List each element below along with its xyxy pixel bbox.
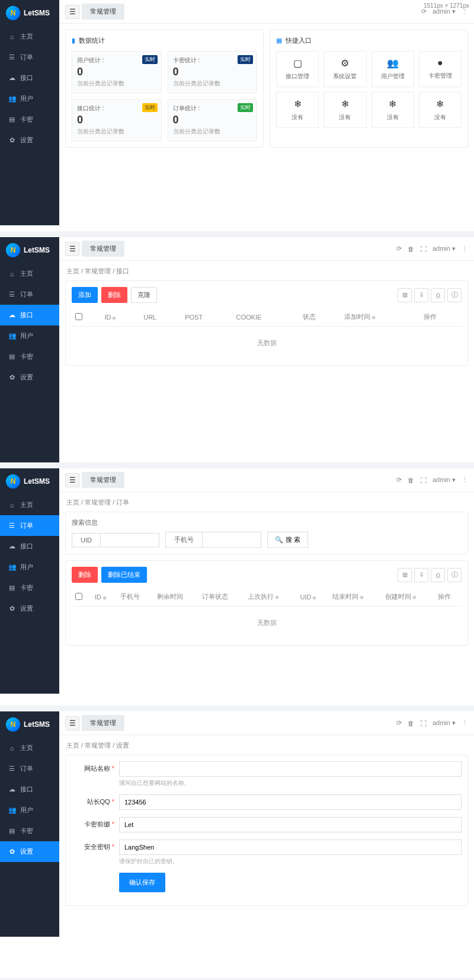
quick-empty[interactable]: ❄没有 [276,92,319,128]
tab-home-button[interactable]: ☰ [65,5,79,19]
columns-icon[interactable]: ⊞ [398,568,412,582]
col-last[interactable]: 上次执行◆ [244,588,297,606]
nav-api[interactable]: ☁接口 [0,305,59,325]
site-name-input[interactable] [119,761,462,777]
col-uid[interactable]: UID◆ [297,588,329,606]
refresh-icon[interactable]: ⟳ [396,245,402,253]
nav-settings[interactable]: ✿设置 [0,367,59,388]
select-all-checkbox[interactable] [75,593,82,600]
delete-ended-button[interactable]: 删除已结束 [101,567,147,583]
export-icon[interactable]: ⇩ [414,288,428,302]
nav-api[interactable]: ☁接口 [0,779,59,800]
nav-cards[interactable]: ▤卡密 [0,577,59,598]
print-icon[interactable]: ⎙ [431,568,445,582]
crumb-home[interactable]: 主页 [66,499,79,506]
nav-orders[interactable]: ☰订单 [0,284,59,305]
user-menu[interactable]: admin ▾ [433,245,456,253]
quick-users[interactable]: 👥用户管理 [371,51,414,87]
fullscreen-icon[interactable]: ⛶ [420,720,427,727]
nav-users[interactable]: 👥用户 [0,325,59,346]
nav-orders[interactable]: ☰订单 [0,758,59,779]
uid-input[interactable] [100,533,159,547]
quick-empty[interactable]: ❄没有 [324,92,366,128]
delete-button[interactable]: 删除 [72,567,98,583]
search-button[interactable]: 🔍搜 索 [267,532,308,548]
delete-button[interactable]: 删除 [101,287,127,303]
stat-users[interactable]: 用户统计 :0当前分类总记录数实时 [72,51,162,93]
nav-cards[interactable]: ▤卡密 [0,821,59,841]
nav-home[interactable]: ⌂主页 [0,738,59,758]
trash-icon[interactable]: 🗑 [408,245,414,253]
nav-users[interactable]: 👥用户 [0,800,59,821]
nav-home[interactable]: ⌂主页 [0,263,59,284]
col-id[interactable]: ID◆ [91,588,117,606]
crumb-mgmt[interactable]: 常规管理 [85,267,111,274]
nav-settings[interactable]: ✿设置 [0,841,59,862]
nav-home[interactable]: ⌂主页 [0,494,59,515]
trash-icon[interactable]: 🗑 [408,477,414,484]
tab-active[interactable]: 常规管理 [82,472,124,488]
crumb-home[interactable]: 主页 [66,267,79,274]
save-button[interactable]: 确认保存 [119,873,165,892]
quick-empty[interactable]: ❄没有 [371,92,414,128]
print-icon[interactable]: ⎙ [431,288,445,302]
nav-settings[interactable]: ✿设置 [0,598,59,619]
user-menu[interactable]: admin ▾ [433,476,456,484]
more-icon[interactable]: ⋮ [462,476,468,484]
logo[interactable]: NLetSMS [0,237,59,263]
tab-active[interactable]: 常规管理 [82,715,124,731]
nav-cards[interactable]: ▤卡密 [0,109,59,130]
refresh-icon[interactable]: ⟳ [396,719,402,727]
clone-button[interactable]: 克隆 [131,287,157,303]
nav-orders[interactable]: ☰订单 [0,47,59,68]
fullscreen-icon[interactable]: ⛶ [420,477,427,484]
secret-input[interactable] [119,839,462,855]
col-end[interactable]: 结束时间◆ [329,588,382,606]
info-icon[interactable]: ⓘ [447,568,462,582]
info-icon[interactable]: ⓘ [447,288,462,302]
export-icon[interactable]: ⇩ [414,568,428,582]
logo[interactable]: NLetSMS [0,468,59,494]
tab-home-button[interactable]: ☰ [65,473,79,487]
qq-input[interactable] [119,794,462,810]
logo[interactable]: N LetSMS [0,0,59,26]
stat-api[interactable]: 接口统计 :0当前分类总记录数实时 [72,99,162,141]
crumb-home[interactable]: 主页 [66,742,79,749]
tab-active[interactable]: 常规管理 [82,4,124,20]
nav-users[interactable]: 👥用户 [0,557,59,577]
stat-cards[interactable]: 卡密统计 :0当前分类总记录数实时 [168,51,258,93]
prefix-input[interactable] [119,817,462,832]
nav-api[interactable]: ☁接口 [0,68,59,88]
crumb-mgmt[interactable]: 常规管理 [85,742,111,749]
stat-orders[interactable]: 订单统计 :0当前分类总记录数实时 [168,99,258,141]
nav-home[interactable]: ⌂主页 [0,26,59,47]
tab-home-button[interactable]: ☰ [65,716,79,730]
nav-cards[interactable]: ▤卡密 [0,346,59,367]
quick-cards[interactable]: ●卡密管理 [419,51,462,87]
nav-settings[interactable]: ✿设置 [0,130,59,151]
more-icon[interactable]: ⋮ [462,719,468,727]
tab-active[interactable]: 常规管理 [82,241,124,257]
nav-orders[interactable]: ☰订单 [0,515,59,536]
quick-api[interactable]: ▢接口管理 [276,51,319,87]
user-menu[interactable]: admin ▾ [433,719,456,727]
col-id[interactable]: ID◆ [101,308,140,327]
fullscreen-icon[interactable]: ⛶ [420,245,427,253]
refresh-icon[interactable]: ⟳ [396,476,402,484]
col-create[interactable]: 创建时间◆ [382,588,434,606]
add-button[interactable]: 添加 [72,287,98,303]
col-addtime[interactable]: 添加时间◆ [341,308,420,327]
badge-realtime: 实时 [142,103,158,112]
logo[interactable]: NLetSMS [0,711,59,738]
more-icon[interactable]: ⋮ [462,245,468,253]
quick-system[interactable]: ⚙系统设置 [324,51,366,87]
nav-users[interactable]: 👥用户 [0,88,59,109]
nav-api[interactable]: ☁接口 [0,536,59,557]
select-all-checkbox[interactable] [75,313,82,320]
quick-empty[interactable]: ❄没有 [419,92,462,128]
trash-icon[interactable]: 🗑 [408,720,414,727]
tab-home-button[interactable]: ☰ [65,242,79,256]
crumb-mgmt[interactable]: 常规管理 [85,499,111,506]
phone-input[interactable] [202,532,261,548]
columns-icon[interactable]: ⊞ [398,288,412,302]
